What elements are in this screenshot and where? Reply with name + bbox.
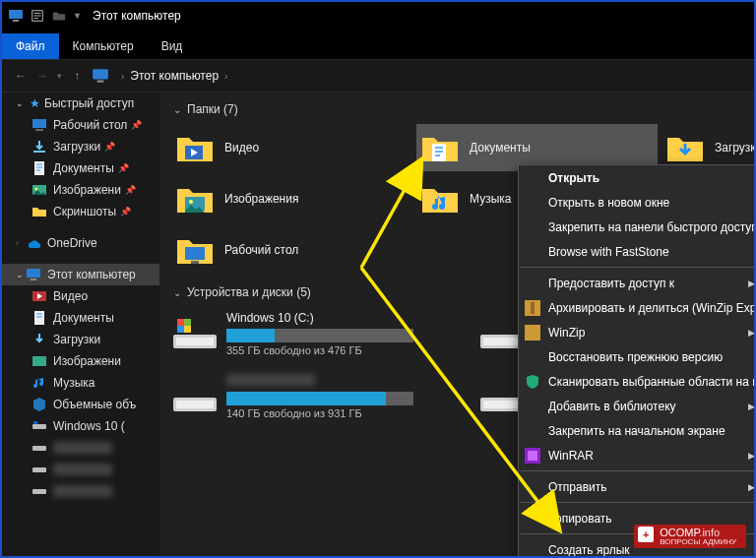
ribbon: Файл Компьютер Вид	[2, 30, 754, 59]
qat-dropdown-icon[interactable]: ▼	[73, 11, 83, 21]
ctx-faststone[interactable]: Browse with FastStone	[519, 239, 756, 264]
downloads-icon	[32, 139, 47, 155]
submenu-arrow-icon: ▶	[748, 328, 755, 338]
svg-rect-35	[483, 338, 521, 345]
ctx-winzip-share[interactable]: Архивировать и делиться (WinZip Express)	[519, 295, 756, 320]
sidebar-item-screenshots[interactable]: Скриншоты📌	[2, 201, 159, 222]
nav-history-dropdown-icon[interactable]: ▾	[57, 71, 62, 81]
ctx-open[interactable]: Открыть	[519, 165, 756, 190]
os-drive-icon	[173, 317, 217, 352]
svg-rect-30	[177, 319, 184, 326]
this-pc-icon	[26, 267, 41, 282]
svg-rect-7	[33, 151, 45, 153]
capacity-bar	[226, 329, 413, 342]
svg-point-24	[189, 200, 193, 204]
svg-rect-14	[34, 311, 44, 325]
sidebar-item-downloads[interactable]: Загрузки📌	[2, 136, 159, 157]
pin-icon: 📌	[125, 185, 136, 195]
folder-pictures[interactable]: Изображения	[171, 175, 412, 222]
winzip-icon	[525, 300, 540, 316]
svg-rect-6	[35, 129, 43, 131]
music-icon	[32, 375, 47, 391]
drive-icon	[32, 483, 47, 499]
pin-icon: 📌	[118, 163, 129, 173]
ctx-share-access[interactable]: Предоставить доступ к▶	[519, 271, 756, 295]
svg-rect-19	[32, 467, 46, 472]
group-folders-header[interactable]: Папки (7)	[159, 93, 754, 122]
svg-rect-8	[34, 161, 44, 175]
sidebar-pc-drive-c[interactable]: Windows 10 (	[2, 415, 159, 437]
view-tab[interactable]: Вид	[148, 33, 197, 59]
drive-e[interactable]: 140 ГБ свободно из 931 ГБ	[169, 370, 465, 425]
sidebar-onedrive[interactable]: › OneDrive	[2, 232, 159, 254]
qat-new-folder-icon[interactable]	[51, 8, 67, 24]
sidebar-item-pictures[interactable]: Изображени📌	[2, 179, 159, 201]
onedrive-icon	[26, 235, 41, 251]
sidebar-quick-access[interactable]: ⌄ ★ Быстрый доступ	[2, 93, 159, 114]
ctx-pin-quick-access[interactable]: Закрепить на панели быстрого доступа	[519, 215, 756, 239]
documents-icon	[32, 310, 47, 326]
ctx-winrar[interactable]: WinRAR▶	[519, 443, 756, 467]
chevron-right-icon[interactable]: ›	[224, 71, 227, 82]
ctx-add-library[interactable]: Добавить в библиотеку▶	[519, 394, 756, 418]
svg-rect-31	[184, 319, 191, 326]
svg-rect-12	[31, 279, 36, 280]
ctx-open-new-window[interactable]: Открыть в новом окне	[519, 190, 756, 215]
sidebar-blurred-3[interactable]	[2, 480, 159, 502]
submenu-arrow-icon: ▶	[748, 402, 755, 411]
folder-video[interactable]: Видео	[171, 124, 412, 171]
downloads-folder-icon	[665, 128, 705, 167]
breadcrumb-root[interactable]: Этот компьютер	[130, 69, 219, 83]
sidebar-blurred-2[interactable]	[2, 459, 159, 480]
nav-forward-button[interactable]: →	[32, 65, 53, 87]
svg-rect-20	[32, 489, 46, 494]
ctx-pin-start[interactable]: Закрепить на начальном экране	[519, 418, 756, 443]
svg-rect-41	[525, 325, 540, 341]
plus-icon: +	[638, 527, 654, 542]
svg-rect-26	[191, 261, 199, 264]
drive-c[interactable]: Windows 10 (C:) 355 ГБ свободно из 476 Г…	[169, 307, 465, 362]
folder-desktop[interactable]: Рабочий стол	[171, 226, 412, 274]
sidebar-label: Быстрый доступ	[44, 96, 134, 110]
capacity-bar	[226, 392, 413, 405]
ctx-restore-version[interactable]: Восстановить прежнюю версию	[519, 344, 756, 369]
file-tab[interactable]: Файл	[2, 33, 59, 59]
sidebar-item-documents[interactable]: Документы📌	[2, 157, 159, 179]
svg-rect-0	[9, 10, 23, 19]
ctx-scan[interactable]: Сканировать выбранные области на наличие…	[519, 369, 756, 394]
winzip-icon	[525, 325, 540, 341]
nav-back-button[interactable]: ←	[10, 65, 32, 87]
sidebar-pc-pictures[interactable]: Изображени	[2, 350, 159, 372]
svg-rect-32	[177, 326, 184, 333]
drive-icon	[32, 440, 47, 456]
sidebar-item-desktop[interactable]: Рабочий стол📌	[2, 114, 159, 136]
downloads-icon	[32, 332, 47, 347]
desktop-folder-icon	[175, 230, 215, 270]
svg-rect-1	[13, 20, 19, 22]
desktop-icon	[32, 117, 47, 133]
nav-up-button[interactable]: ↑	[66, 65, 88, 87]
titlebar: ▼ Этот компьютер	[2, 2, 754, 30]
pin-icon: 📌	[120, 207, 131, 217]
sidebar-blurred-1[interactable]	[2, 437, 159, 459]
sidebar-pc-3d[interactable]: Объемные объ	[2, 394, 159, 415]
pictures-icon	[32, 353, 47, 369]
watermark: + OCOMP.info ВОПРОСЫ АДМИНУ	[634, 525, 746, 548]
ctx-send-to[interactable]: Отправить▶	[519, 474, 756, 499]
ctx-winzip[interactable]: WinZip▶	[519, 320, 756, 344]
chevron-right-icon[interactable]: ›	[121, 71, 124, 82]
sidebar-pc-downloads[interactable]: Загрузки	[2, 329, 159, 350]
svg-rect-28	[176, 338, 214, 345]
submenu-arrow-icon: ▶	[748, 279, 755, 288]
shield-icon	[525, 374, 540, 390]
svg-rect-25	[185, 247, 205, 260]
sidebar-pc-music[interactable]: Музыка	[2, 372, 159, 394]
qat-properties-icon[interactable]	[30, 8, 45, 24]
computer-tab[interactable]: Компьютер	[59, 33, 148, 59]
folder-icon	[32, 204, 47, 219]
sidebar-this-pc[interactable]: ⌄ Этот компьютер	[2, 264, 159, 285]
sidebar-pc-video[interactable]: Видео	[2, 285, 159, 307]
pin-icon: 📌	[131, 120, 142, 130]
breadcrumb-pc-icon	[92, 67, 109, 85]
sidebar-pc-documents[interactable]: Документы	[2, 307, 159, 329]
